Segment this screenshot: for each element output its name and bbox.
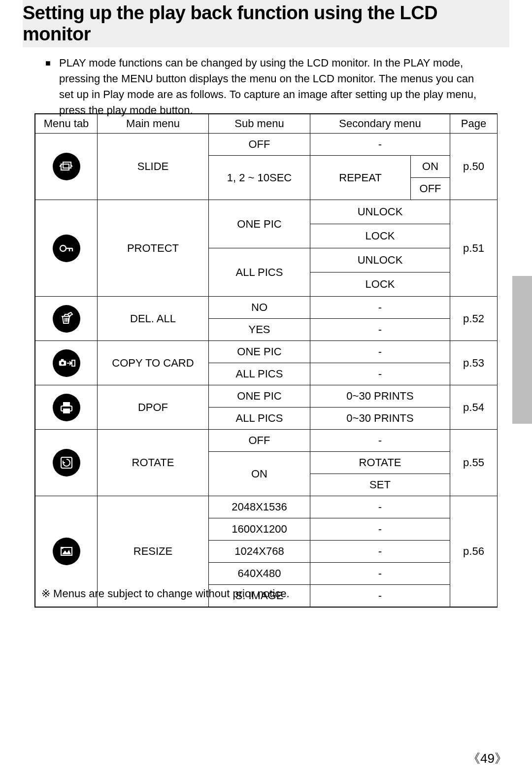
svg-rect-15	[64, 403, 69, 406]
secondary-cell: -	[310, 363, 450, 385]
page-cell: p.53	[450, 341, 498, 385]
secondary-cell: 0~30 PRINTS	[310, 407, 450, 430]
page-number: 49	[467, 750, 507, 767]
key-lock-icon	[53, 235, 80, 262]
secondary-cell: -	[310, 319, 450, 341]
secondary-cell: 0~30 PRINTS	[310, 385, 450, 407]
sub-menu-cell: 640X480	[209, 563, 310, 585]
rotate-icon	[53, 449, 80, 476]
svg-rect-1	[63, 162, 71, 168]
camera-to-card-icon	[53, 349, 80, 377]
footnote-text: ※ Menus are subject to change without pr…	[41, 587, 290, 600]
icon-cell	[35, 430, 98, 496]
sub-menu-cell: OFF	[209, 134, 310, 156]
icon-cell	[35, 297, 98, 341]
page-cell: p.50	[450, 134, 498, 200]
page-title: Setting up the play back function using …	[23, 2, 509, 45]
intro-paragraph: ■ PLAY mode functions can be changed by …	[45, 55, 487, 118]
menu-table: Menu tab Main menu Sub menu Secondary me…	[34, 113, 498, 608]
svg-point-11	[61, 362, 64, 365]
table-row: PROTECT ONE PIC UNLOCK p.51	[35, 200, 498, 224]
sub-menu-cell: ON	[209, 452, 310, 496]
main-menu-cell: DPOF	[98, 385, 209, 430]
secondary-cell: -	[310, 518, 450, 541]
secondary-cell: SET	[310, 474, 450, 496]
th-sub-menu: Sub menu	[209, 114, 310, 134]
th-secondary-menu: Secondary menu	[310, 114, 450, 134]
secondary-cell: LOCK	[310, 272, 450, 297]
resize-icon	[53, 538, 80, 565]
table-row: ROTATE OFF - p.55	[35, 430, 498, 452]
main-menu-cell: ROTATE	[98, 430, 209, 496]
secondary-cell: -	[310, 496, 450, 518]
secondary-cell: UNLOCK	[310, 248, 450, 272]
intro-text: PLAY mode functions can be changed by us…	[59, 55, 487, 118]
svg-point-2	[60, 245, 66, 251]
table-header-row: Menu tab Main menu Sub menu Secondary me…	[35, 114, 498, 134]
secondary-cell: ROTATE	[310, 452, 450, 474]
trash-icon	[53, 305, 80, 333]
svg-rect-0	[61, 164, 69, 170]
table-row: DPOF ONE PIC 0~30 PRINTS p.54	[35, 385, 498, 407]
secondary-cell: -	[310, 297, 450, 319]
main-menu-cell: DEL. ALL	[98, 297, 209, 341]
svg-rect-12	[61, 359, 64, 361]
page-cell: p.55	[450, 430, 498, 496]
main-menu-cell: SLIDE	[98, 134, 209, 200]
main-menu-cell: COPY TO CARD	[98, 341, 209, 385]
main-menu-cell: PROTECT	[98, 200, 209, 297]
sub-menu-cell: YES	[209, 319, 310, 341]
sub-menu-cell: 1024X768	[209, 541, 310, 563]
bullet-square-icon: ■	[45, 55, 59, 118]
secondary-cell: -	[310, 585, 450, 607]
side-thumb-tab	[512, 276, 532, 424]
sub-menu-cell: ALL PICS	[209, 248, 310, 297]
sub-menu-cell: ONE PIC	[209, 385, 310, 407]
secondary-cell: ON	[411, 156, 450, 178]
icon-cell	[35, 134, 98, 200]
secondary-cell: REPEAT	[310, 156, 411, 200]
secondary-cell: OFF	[411, 178, 450, 200]
sub-menu-cell: ALL PICS	[209, 363, 310, 385]
th-menu-tab: Menu tab	[35, 114, 98, 134]
page-cell: p.51	[450, 200, 498, 297]
page-cell: p.52	[450, 297, 498, 341]
secondary-cell: -	[310, 563, 450, 585]
secondary-cell: UNLOCK	[310, 200, 450, 224]
svg-rect-13	[72, 360, 75, 366]
sub-menu-cell: 2048X1536	[209, 496, 310, 518]
icon-cell	[35, 385, 98, 430]
icon-cell	[35, 341, 98, 385]
th-main-menu: Main menu	[98, 114, 209, 134]
sub-menu-cell: OFF	[209, 430, 310, 452]
printer-icon	[53, 394, 80, 421]
secondary-cell: -	[310, 430, 450, 452]
table-row: DEL. ALL NO - p.52	[35, 297, 498, 319]
sub-menu-cell: ALL PICS	[209, 407, 310, 430]
th-page: Page	[450, 114, 498, 134]
secondary-cell: -	[310, 341, 450, 363]
table-row: SLIDE OFF - p.50	[35, 134, 498, 156]
page-cell: p.54	[450, 385, 498, 430]
sub-menu-cell: 1600X1200	[209, 518, 310, 541]
sub-menu-cell: ONE PIC	[209, 200, 310, 248]
sub-menu-cell: 1, 2 ~ 10SEC	[209, 156, 310, 200]
slide-icon	[53, 153, 80, 180]
page-cell: p.56	[450, 496, 498, 607]
table-row: COPY TO CARD ONE PIC - p.53	[35, 341, 498, 363]
secondary-cell: -	[310, 541, 450, 563]
sub-menu-cell: NO	[209, 297, 310, 319]
page-header: Setting up the play back function using …	[23, 0, 509, 47]
sub-menu-cell: ONE PIC	[209, 341, 310, 363]
secondary-cell: LOCK	[310, 224, 450, 248]
icon-cell	[35, 200, 98, 297]
table-row: RESIZE 2048X1536 - p.56	[35, 496, 498, 518]
secondary-cell: -	[310, 134, 450, 156]
svg-rect-16	[64, 409, 69, 413]
